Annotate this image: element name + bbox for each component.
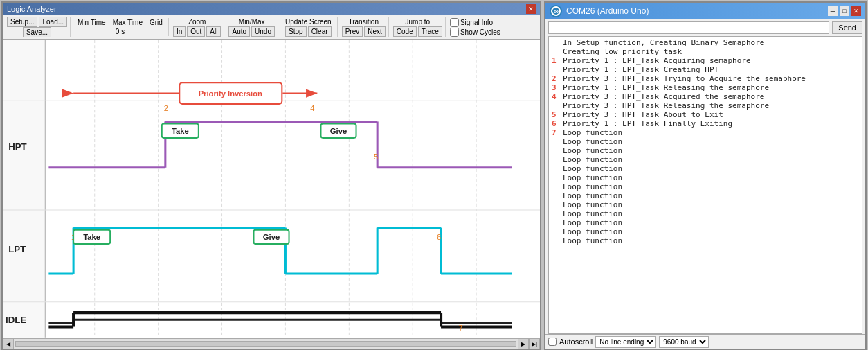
zoom-out-button[interactable]: Out	[187, 26, 205, 37]
la-title: Logic Analyzer	[7, 5, 57, 13]
signal-info-checkbox[interactable]	[450, 18, 459, 27]
serial-output-line: Loop function	[550, 155, 860, 164]
autoscroll-checkbox[interactable]	[548, 338, 557, 346]
trace-button[interactable]: Trace	[418, 26, 442, 37]
line-text: Loop function	[563, 200, 622, 209]
zoom-all-button[interactable]: All	[206, 26, 221, 37]
serial-output-line: Priority 3 : HPT_Task Releasing the sema…	[550, 101, 860, 110]
marker-7: 7	[459, 324, 463, 332]
serial-output-line: Loop function	[550, 137, 860, 146]
line-text: Priority 1 : LPT_Task Finally Exiting	[563, 119, 732, 128]
update-screen-label: Update Screen	[282, 17, 334, 26]
stop-button[interactable]: Stop	[285, 26, 307, 37]
line-number: 3	[552, 83, 560, 92]
give-hpt-label: Give	[330, 127, 347, 135]
line-text: Loop function	[563, 164, 622, 173]
logic-analyzer-window: Logic Analyzer ✕ Setup... Load... Save..…	[1, 1, 541, 350]
checkbox-group: Signal Info Show Cycles	[447, 18, 503, 37]
line-number: 1	[552, 56, 560, 65]
scroll-left-button[interactable]: ◀	[3, 338, 14, 349]
line-number	[552, 236, 560, 245]
line-number	[552, 65, 560, 74]
minimize-button[interactable]: ─	[828, 6, 838, 16]
line-number	[552, 182, 560, 191]
line-ending-select[interactable]: No line ending	[595, 336, 656, 348]
clear-button[interactable]: Clear	[308, 26, 332, 37]
la-main: HPT LPT IDLE	[3, 40, 540, 338]
code-button[interactable]: Code	[393, 26, 417, 37]
line-text: Priority 1 : LPT_Task Releasing the sema…	[563, 83, 769, 92]
grid-label: Grid	[147, 18, 165, 27]
line-number: 4	[552, 92, 560, 101]
transition-group: Transition Prev Next	[339, 17, 389, 37]
ard-titlebar: ∞ COM26 (Arduino Uno) ─ □ ✕	[545, 3, 865, 19]
line-text: Loop function	[563, 236, 622, 245]
show-cycles-checkbox[interactable]	[450, 28, 459, 37]
marker-5: 5	[374, 152, 378, 161]
setup-button[interactable]: Setup...	[7, 17, 37, 27]
line-number	[552, 173, 560, 182]
close-button[interactable]: ✕	[851, 6, 861, 16]
baud-select[interactable]: 9600 baud	[659, 336, 709, 348]
jump-to-group: Jump to Code Trace	[390, 17, 446, 37]
zoom-in-button[interactable]: In	[173, 26, 186, 37]
hpt-label: HPT	[8, 141, 27, 152]
serial-input[interactable]	[548, 21, 829, 34]
line-number	[552, 191, 560, 200]
arduino-ide-window: ∞ COM26 (Arduino Uno) ─ □ ✕ Send In Setu…	[544, 1, 867, 350]
serial-output: In Setup function, Creating Binary Semap…	[548, 36, 862, 334]
auto-button[interactable]: Auto	[228, 26, 250, 37]
serial-output-line: Priority 1 : LPT_Task Creating HPT	[550, 65, 860, 74]
scroll-right-button[interactable]: ▶	[518, 338, 529, 349]
ard-statusbar: Autoscroll No line ending 9600 baud	[545, 334, 865, 349]
line-number	[552, 200, 560, 209]
line-text: Priority 3 : HPT_Task Acquired the semap…	[563, 92, 764, 101]
serial-output-line: Loop function	[550, 227, 860, 236]
la-close-button[interactable]: ✕	[526, 4, 536, 14]
take-lpt-label: Take	[83, 233, 100, 241]
serial-output-line: Loop function	[550, 191, 860, 200]
scroll-track[interactable]	[15, 341, 516, 347]
zoom-label: Zoom	[186, 17, 209, 26]
line-number	[552, 164, 560, 173]
take-hpt-label: Take	[172, 127, 189, 135]
autoscroll-label: Autoscroll	[559, 338, 593, 346]
scroll-end-button[interactable]: ▶|	[529, 338, 540, 349]
prev-button[interactable]: Prev	[342, 26, 363, 37]
serial-output-line: 6Priority 1 : LPT_Task Finally Exiting	[550, 119, 860, 128]
line-number	[552, 227, 560, 236]
send-button[interactable]: Send	[832, 21, 862, 34]
maximize-button[interactable]: □	[840, 6, 849, 16]
line-number	[552, 38, 560, 47]
serial-output-line: 4Priority 3 : HPT_Task Acquired the sema…	[550, 92, 860, 101]
show-cycles-label: Show Cycles	[460, 28, 500, 36]
ard-title: COM26 (Arduino Uno)	[566, 6, 649, 16]
save-button[interactable]: Save...	[23, 27, 51, 37]
line-number	[552, 218, 560, 227]
minmax-label: Min/Max	[236, 17, 268, 26]
line-text: In Setup function, Creating Binary Semap…	[563, 38, 764, 47]
line-text: Loop function	[563, 155, 622, 164]
max-time-label: Max Time	[110, 18, 145, 27]
transition-label: Transition	[345, 17, 381, 26]
undo-button[interactable]: Undo	[251, 26, 275, 37]
line-text: Loop function	[563, 146, 622, 155]
svg-rect-1	[3, 40, 45, 338]
line-number	[552, 146, 560, 155]
priority-inversion-label: Priority Inversion	[199, 89, 262, 98]
load-button[interactable]: Load...	[39, 17, 67, 27]
line-text: Loop function	[563, 191, 622, 200]
next-button[interactable]: Next	[364, 26, 386, 37]
la-scrollbar-h[interactable]: ◀ ▶ ▶|	[3, 338, 540, 349]
line-number: 7	[552, 128, 560, 137]
signal-info-label: Signal Info	[460, 19, 493, 26]
line-number: 5	[552, 110, 560, 119]
serial-output-line: Loop function	[550, 218, 860, 227]
serial-output-line: Creating low priority task	[550, 47, 860, 56]
serial-output-line: Loop function	[550, 209, 860, 218]
line-text: Priority 3 : HPT_Task Trying to Acquire …	[563, 74, 806, 83]
waveform-canvas[interactable]: HPT LPT IDLE	[3, 40, 540, 338]
update-screen-group: Update Screen Stop Clear	[280, 17, 338, 37]
serial-output-line: In Setup function, Creating Binary Semap…	[550, 38, 860, 47]
jump-to-label: Jump to	[403, 17, 433, 26]
